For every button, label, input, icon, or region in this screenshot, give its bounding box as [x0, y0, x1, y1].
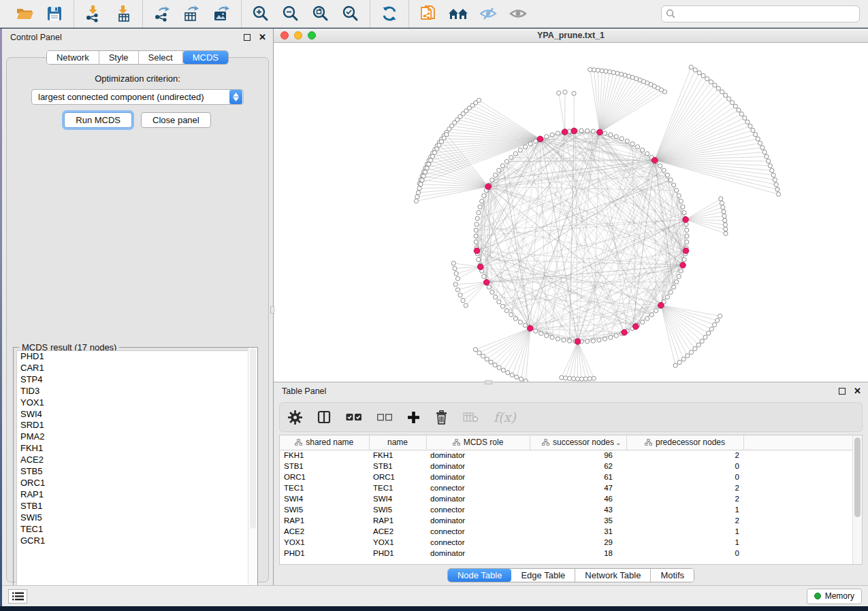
- show-all-button[interactable]: [503, 2, 533, 25]
- column-header-successor-nodes[interactable]: successor nodes⌄: [530, 435, 626, 450]
- mcds-result-item[interactable]: STB5: [17, 466, 254, 478]
- network-title: YPA_prune.txt_1: [274, 31, 868, 40]
- export-table-button[interactable]: [177, 2, 207, 25]
- mcds-result-item[interactable]: TID3: [17, 386, 254, 397]
- network-titlebar[interactable]: YPA_prune.txt_1: [274, 29, 868, 43]
- refresh-view-button[interactable]: [374, 2, 404, 25]
- tab-node-table[interactable]: Node Table: [448, 569, 512, 582]
- run-mcds-button[interactable]: Run MCDS: [64, 112, 132, 128]
- node-table-grid[interactable]: shared namenameMCDS rolesuccessor nodes⌄…: [280, 435, 862, 559]
- select-stepper-icon: [229, 90, 242, 104]
- clone-network-button[interactable]: [413, 2, 443, 25]
- mcds-result-item[interactable]: PMA2: [17, 431, 254, 443]
- table-row[interactable]: YOX1YOX1connector291: [280, 537, 862, 548]
- first-neighbors-button[interactable]: [443, 2, 473, 25]
- column-header-shared-name[interactable]: shared name: [280, 435, 369, 450]
- zoom-in-button[interactable]: [246, 2, 276, 25]
- delete-table-button[interactable]: [463, 407, 479, 427]
- mcds-result-item[interactable]: ORC1: [17, 478, 254, 489]
- table-panel-title: Table Panel: [282, 386, 326, 396]
- save-session-button[interactable]: [39, 2, 69, 25]
- gear-icon: [288, 410, 302, 425]
- eye-icon: [509, 5, 528, 22]
- table-row[interactable]: ORC1ORC1dominator610: [280, 472, 862, 482]
- unselect-all-columns-button[interactable]: [377, 407, 392, 427]
- columns-icon: [317, 410, 331, 424]
- table-row[interactable]: RAP1RAP1dominator352: [280, 515, 862, 526]
- mcds-result-item[interactable]: SWI4: [17, 409, 254, 420]
- column-header-name[interactable]: name: [369, 435, 426, 450]
- float-table-panel-icon[interactable]: [839, 388, 846, 395]
- tab-select[interactable]: Select: [139, 51, 183, 64]
- vertical-splitter-handle[interactable]: [270, 306, 274, 314]
- mcds-result-item[interactable]: GCR1: [17, 535, 254, 547]
- close-panel-button[interactable]: Close panel: [141, 112, 211, 128]
- task-history-button[interactable]: [8, 589, 27, 604]
- search-input[interactable]: [661, 5, 860, 22]
- table-row[interactable]: SWI5SWI5connector431: [280, 504, 862, 515]
- table-row[interactable]: SWI4SWI4dominator462: [280, 493, 862, 504]
- table-row[interactable]: TEC1TEC1connector472: [280, 482, 862, 493]
- close-table-panel-icon[interactable]: ✕: [854, 388, 861, 395]
- table-row[interactable]: STB1STB1dominator620: [280, 461, 862, 472]
- table-row[interactable]: PHD1PHD1dominator180: [280, 548, 862, 559]
- save-icon: [46, 5, 63, 22]
- zoom-selected-button[interactable]: [336, 2, 366, 25]
- mcds-result-item[interactable]: CAR1: [17, 363, 254, 374]
- import-network-icon: [84, 5, 102, 22]
- network-graph[interactable]: [274, 43, 867, 382]
- toggle-columns-button[interactable]: [317, 407, 331, 427]
- mcds-result-item[interactable]: STB1: [17, 501, 254, 512]
- float-panel-icon[interactable]: [244, 34, 251, 41]
- memory-button[interactable]: Memory: [807, 589, 862, 604]
- control-panel-title: Control Panel: [10, 33, 62, 42]
- checked-boxes-icon: [346, 413, 362, 421]
- tab-edge-table[interactable]: Edge Table: [511, 569, 575, 582]
- column-header-mcds-role[interactable]: MCDS role: [426, 435, 530, 450]
- tab-network-table[interactable]: Network Table: [575, 569, 651, 582]
- delete-table-icon: [463, 412, 479, 423]
- mcds-result-item[interactable]: ACE2: [17, 455, 254, 466]
- column-header-predecessor-nodes[interactable]: predecessor nodes: [626, 435, 743, 450]
- open-session-button[interactable]: [10, 2, 39, 25]
- tab-mcds[interactable]: MCDS: [183, 51, 228, 64]
- tab-network[interactable]: Network: [47, 51, 99, 64]
- mcds-result-item[interactable]: TEC1: [17, 524, 254, 535]
- table-panel: Table Panel ✕ f(x) shared namenameMCDS r…: [274, 382, 868, 585]
- export-network-button[interactable]: [147, 2, 177, 25]
- delete-columns-button[interactable]: [435, 407, 448, 427]
- export-image-button[interactable]: [207, 2, 237, 25]
- open-folder-icon: [16, 5, 34, 22]
- mcds-result-item[interactable]: SWI5: [17, 512, 254, 524]
- zoom-out-icon: [282, 5, 300, 22]
- close-panel-icon[interactable]: ✕: [259, 34, 266, 41]
- import-network-button[interactable]: [78, 2, 108, 25]
- result-scrollbar[interactable]: [248, 348, 257, 598]
- table-row[interactable]: FKH1FKH1dominator962: [280, 450, 862, 461]
- mcds-result-item[interactable]: FKH1: [17, 443, 254, 455]
- zoom-out-button[interactable]: [276, 2, 306, 25]
- table-row[interactable]: ACE2ACE2connector311: [280, 526, 862, 537]
- mcds-result-item[interactable]: PHD1: [17, 351, 254, 363]
- select-all-columns-button[interactable]: [346, 407, 362, 427]
- tab-motifs[interactable]: Motifs: [651, 569, 694, 582]
- table-scrollbar[interactable]: [852, 435, 862, 564]
- control-panel-tabs: NetworkStyleSelectMCDS: [2, 50, 273, 65]
- create-column-button[interactable]: [407, 407, 420, 427]
- mcds-result-list[interactable]: PHD1CAR1STP4TID3YOX1SWI4SRD1PMA2FKH1ACE2…: [16, 350, 255, 595]
- zoom-fit-button[interactable]: [306, 2, 336, 25]
- optimization-criterion-label: Optimization criterion:: [7, 73, 268, 84]
- horizontal-splitter-handle[interactable]: [485, 380, 492, 384]
- mcds-result-item[interactable]: STP4: [17, 374, 254, 386]
- hide-selected-button[interactable]: [473, 2, 503, 25]
- tab-style[interactable]: Style: [99, 51, 139, 64]
- mcds-result-item[interactable]: RAP1: [17, 489, 254, 501]
- network-canvas[interactable]: [274, 43, 868, 382]
- import-table-button[interactable]: [108, 2, 138, 25]
- table-toolbar: f(x): [279, 402, 863, 432]
- mcds-result-item[interactable]: YOX1: [17, 397, 254, 409]
- table-settings-button[interactable]: [288, 407, 302, 427]
- mcds-result-item[interactable]: SRD1: [17, 420, 254, 431]
- optimization-criterion-select[interactable]: largest connected component (undirected): [31, 89, 244, 105]
- function-builder-button[interactable]: f(x): [494, 407, 516, 427]
